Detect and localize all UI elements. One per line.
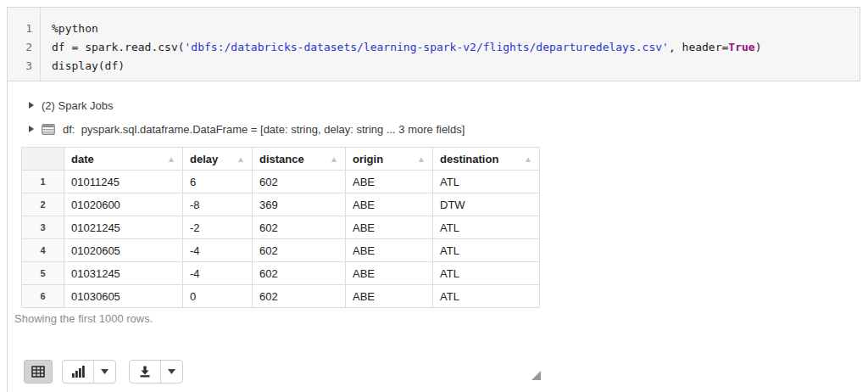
column-header-date[interactable]: date▲ [64,148,183,171]
row-number: 3 [22,216,64,239]
table-cell: 602 [253,262,346,285]
code-segment-keyword: True [728,41,754,53]
table-cell: -4 [183,239,253,262]
table-cell: 369 [253,193,346,216]
dataframe-icon [42,124,55,135]
table-row: 401020605-4602ABEATL [22,239,540,262]
code-text[interactable]: %pythondf = spark.read.csv('dbfs:/databr… [41,8,860,81]
triangle-up-icon[interactable]: ▲ [330,154,338,164]
cell-command-label: Cmd 2 [21,0,109,3]
table-row: 501031245-4602ABEATL [22,262,540,285]
table-cell: -4 [183,262,253,285]
download-button[interactable] [130,361,160,383]
spark-jobs-toggle[interactable]: (2) Spark Jobs [29,98,114,113]
table-cell: 01030605 [64,285,183,308]
table-row: 1010112456602ABEATL [22,171,540,193]
code-line[interactable]: display(df) [52,57,860,76]
table-cell: ATL [433,216,540,239]
table-cell: ATL [433,285,540,308]
column-header-label: origin [353,153,383,165]
table-cell: 6 [183,171,253,193]
column-header-delay[interactable]: delay▲ [183,148,253,171]
triangle-up-icon[interactable]: ▲ [167,154,175,164]
line-number: 1 [8,20,32,38]
code-segment-plain: %python [52,22,98,35]
table-cell: ABE [346,239,433,262]
dataframe-info-label[interactable]: df: pyspark.sql.dataframe.DataFrame = [d… [63,123,465,136]
code-segment-string: 'dbfs:/databricks-datasets/learning-spar… [185,41,669,53]
row-number: 1 [22,171,64,193]
download-button-group [129,360,183,384]
column-header-label: delay [190,153,218,165]
bar-chart-icon [72,366,85,378]
table-cell: ABE [346,262,433,285]
table-cell: 01021245 [64,216,183,239]
table-row: 201020600-8369ABEDTW [22,193,540,216]
table-cell: 602 [253,171,346,193]
table-cell: ABE [346,216,433,239]
table-cell: 0 [183,285,253,308]
caret-down-icon [168,369,175,374]
resize-handle[interactable] [531,371,541,380]
table-cell: ATL [433,239,540,262]
code-segment-plain: df = spark.read.csv( [52,41,185,53]
line-number-gutter: 123 [8,8,41,81]
chart-options-button[interactable] [93,361,115,383]
table-cell: 01031245 [64,262,183,285]
column-header-distance[interactable]: distance▲ [253,148,346,171]
code-segment-plain: display(df) [52,59,125,72]
code-line[interactable]: %python [52,20,860,38]
code-line[interactable]: df = spark.read.csv('dbfs:/databricks-da… [52,38,860,57]
row-number: 4 [22,239,64,262]
code-editor: 123 %pythondf = spark.read.csv('dbfs:/da… [7,7,860,81]
dataframe-info-toggle[interactable]: df: pyspark.sql.dataframe.DataFrame = [d… [29,121,465,137]
download-options-button[interactable] [160,361,182,383]
table-cell: -2 [183,216,253,239]
table-grid-icon [31,366,45,378]
code-segment-plain: ) [755,41,762,53]
triangle-up-icon[interactable]: ▲ [236,154,245,164]
column-header-destination[interactable]: destination▲ [433,148,540,171]
code-segment-plain: , header= [669,41,728,53]
caret-down-icon [101,369,108,374]
table-row: 301021245-2602ABEATL [22,216,540,239]
table-cell: 602 [253,239,346,262]
table-cell: -8 [183,193,253,216]
row-number: 6 [22,285,64,308]
table-cell: ATL [433,262,540,285]
column-header-label: date [71,153,94,165]
row-number: 2 [22,193,64,216]
table-cell: ABE [346,171,433,193]
row-number: 5 [22,262,64,285]
table-cell: ABE [346,285,433,308]
triangle-up-icon[interactable]: ▲ [417,154,426,164]
results-table: date▲delay▲distance▲origin▲destination▲1… [21,147,540,308]
column-header-label: distance [259,153,304,165]
table-cell: 602 [253,285,346,308]
table-cell: 01020605 [64,239,183,262]
results-toolbar [24,360,183,384]
table-cell: ATL [433,171,540,193]
line-number: 3 [8,57,32,76]
spark-jobs-label[interactable]: (2) Spark Jobs [42,99,114,112]
chart-button-group [62,360,116,384]
table-row: 6010306050602ABEATL [22,285,540,308]
line-number: 2 [8,38,32,57]
chevron-right-icon[interactable] [29,126,34,132]
column-header-label: destination [440,153,498,165]
column-header-origin[interactable]: origin▲ [346,148,433,171]
rows-shown-note: Showing the first 1000 rows. [14,312,153,325]
download-icon [138,366,152,378]
chart-view-button[interactable] [63,361,93,383]
table-cell: 602 [253,216,346,239]
chevron-right-icon[interactable] [29,102,34,109]
triangle-up-icon[interactable]: ▲ [524,154,532,164]
corner-header-cell [22,148,64,171]
table-cell: ABE [346,193,433,216]
table-view-button[interactable] [24,360,53,384]
table-cell: DTW [433,193,540,216]
table-cell: 01011245 [64,171,183,193]
table-cell: 01020600 [64,193,183,216]
